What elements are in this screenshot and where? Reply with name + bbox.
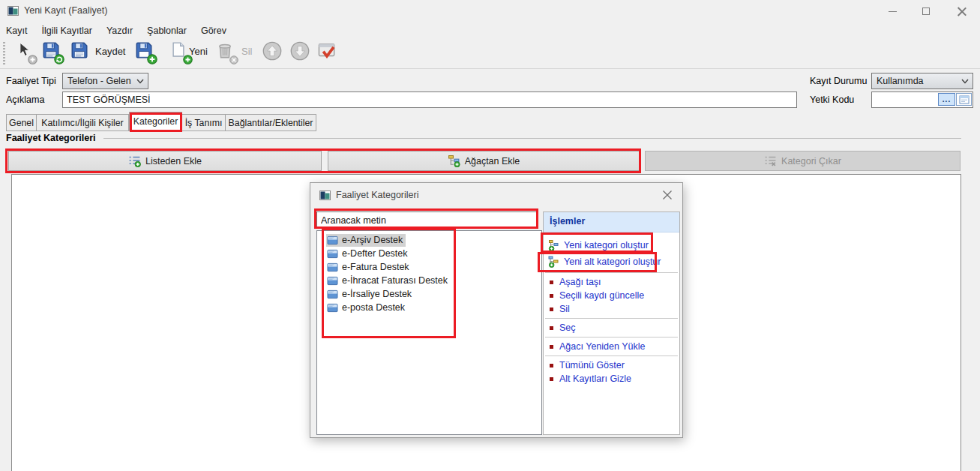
move-down-button[interactable]	[290, 40, 311, 63]
tree-item-label: e-İrsaliye Destek	[342, 289, 412, 299]
select-pointer-button[interactable]	[15, 40, 36, 63]
remove-badge-icon	[229, 56, 238, 64]
dialog-title: Faaliyet Kategorileri	[336, 190, 418, 200]
tab-kategoriler[interactable]: Kategoriler	[129, 112, 182, 131]
category-card-icon	[327, 262, 338, 272]
bullet-icon	[550, 280, 553, 284]
yetki-kodu-browse-button[interactable]: ...	[938, 93, 955, 106]
chevron-down-icon	[961, 79, 969, 84]
action-sil[interactable]: Sil	[544, 302, 679, 316]
tab-is-tanimi[interactable]: İş Tanımı	[182, 114, 226, 131]
dialog-close-button[interactable]	[661, 189, 673, 201]
subtree-add-icon	[548, 256, 560, 268]
tab-katilimci-ilgili-kisiler[interactable]: Katılımcı/İlgili Kişiler	[37, 114, 129, 131]
new-record-button[interactable]	[170, 40, 191, 63]
tab-baglantilar-eklentiler[interactable]: Bağlantılar/Eklentiler	[226, 114, 316, 131]
listeden-ekle-label: Listeden Ekle	[145, 156, 202, 166]
menu-kayit[interactable]: Kayıt	[6, 26, 28, 36]
tab-genel[interactable]: Genel	[6, 114, 37, 131]
new-record-label[interactable]: Yeni	[189, 40, 208, 63]
add-badge-icon	[28, 55, 37, 64]
agactan-ekle-label: Ağaçtan Ekle	[465, 156, 520, 166]
kategori-cikar-button[interactable]: Kategori Çıkar	[645, 151, 961, 171]
action-sec[interactable]: Seç	[544, 321, 679, 334]
category-tree: e-Arşiv Destek e-Defter Destek e-Fatura …	[316, 230, 542, 435]
action-alt-kayitlari-gizle[interactable]: Alt Kayıtları Gizle	[544, 372, 679, 386]
action-label: Seç	[559, 322, 576, 333]
tree-item[interactable]: e-İrsaliye Destek	[317, 287, 541, 301]
faaliyet-kategorileri-dialog: Faaliyet Kategorileri e-Arşiv Destek e-D…	[310, 182, 683, 438]
category-search-input[interactable]	[316, 212, 538, 229]
tree-item-label: e-posta Destek	[342, 302, 405, 313]
dialog-icon	[319, 190, 331, 202]
yetki-kodu-field: ...	[871, 92, 973, 108]
actions-divider	[545, 318, 678, 319]
category-card-icon	[327, 276, 338, 286]
chevron-down-icon	[136, 79, 144, 84]
group-title: Faaliyet Kategorileri	[6, 133, 96, 143]
action-tumunu-goster[interactable]: Tümünü Göster	[544, 358, 679, 372]
actions-panel: İşlemler Yeni kategori oluştur Yeni alt …	[543, 212, 680, 435]
editor-window-icon	[959, 95, 970, 104]
action-asagi-tasi[interactable]: Aşağı taşı	[544, 275, 679, 289]
tree-item[interactable]: e-Fatura Destek	[317, 260, 541, 274]
action-agaci-yeniden-yukle[interactable]: Ağacı Yeniden Yükle	[544, 340, 679, 353]
apply-close-button[interactable]	[318, 40, 339, 63]
bullet-icon	[550, 294, 553, 298]
delete-label[interactable]: Sil	[241, 40, 252, 63]
toolbar-grip-handle[interactable]	[3, 42, 5, 66]
arrow-down-circle-icon	[290, 41, 310, 61]
menu-gorev[interactable]: Görev	[201, 26, 226, 36]
delete-button[interactable]	[216, 40, 237, 63]
kayit-durumu-select[interactable]: Kullanımda	[871, 73, 973, 89]
save-refresh-button[interactable]	[42, 40, 63, 63]
bullet-icon	[550, 308, 553, 311]
close-icon	[958, 7, 967, 16]
menu-yazdir[interactable]: Yazdır	[106, 26, 133, 36]
menu-ilgili-kayitlar[interactable]: İlgili Kayıtlar	[42, 26, 92, 36]
bullet-icon	[550, 377, 553, 381]
faaliyet-tipi-select[interactable]: Telefon - Gelen	[62, 73, 148, 89]
new-sub-category-link[interactable]: Yeni alt kategori oluştur	[544, 254, 679, 270]
tree-item[interactable]: e-Arşiv Destek	[317, 233, 541, 247]
agactan-ekle-button[interactable]: Ağaçtan Ekle	[328, 151, 640, 171]
faaliyet-tipi-label: Faaliyet Tipi	[6, 73, 56, 89]
listeden-ekle-button[interactable]: Listeden Ekle	[8, 151, 322, 171]
tree-item-label: e-Fatura Destek	[342, 262, 409, 272]
tree-item-label: e-Defter Destek	[342, 248, 408, 259]
yetki-kodu-label: Yetki Kodu	[810, 92, 854, 108]
close-icon	[661, 189, 673, 201]
close-button[interactable]	[946, 0, 979, 22]
kayit-durumu-value: Kullanımda	[877, 76, 924, 86]
arrow-up-circle-icon	[262, 41, 282, 61]
add-badge-icon	[147, 54, 157, 64]
actions-divider	[545, 337, 678, 338]
aciklama-input[interactable]	[62, 92, 797, 108]
tree-item[interactable]: e-Defter Destek	[317, 247, 541, 260]
move-up-button[interactable]	[262, 40, 283, 63]
category-card-icon	[327, 290, 338, 299]
action-label: Ağacı Yeniden Yükle	[559, 341, 645, 352]
yetki-kodu-editor-button[interactable]	[956, 93, 972, 106]
aciklama-label: Açıklama	[6, 92, 44, 108]
maximize-button[interactable]	[910, 0, 943, 22]
action-label: Sil	[559, 304, 570, 314]
minimize-button[interactable]	[876, 0, 909, 22]
save-button-label[interactable]: Kaydet	[95, 40, 125, 63]
application-window: Yeni Kayıt (Faaliyet) Kayıt İlgili Kayıt…	[0, 0, 980, 471]
action-label: Alt Kayıtları Gizle	[559, 374, 631, 384]
save-and-new-button[interactable]	[135, 40, 156, 63]
tree-item[interactable]: e-posta Destek	[317, 301, 541, 314]
new-sub-category-label: Yeni alt kategori oluştur	[564, 256, 661, 267]
tree-item[interactable]: e-İhracat Faturası Destek	[317, 274, 541, 287]
maximize-icon	[922, 8, 930, 15]
window-check-icon	[318, 41, 337, 61]
action-secili-kaydi-guncelle[interactable]: Seçili kaydı güncelle	[544, 289, 679, 302]
action-label: Seçili kaydı güncelle	[559, 290, 644, 301]
actions-divider	[545, 356, 678, 356]
bullet-icon	[550, 364, 553, 368]
save-button[interactable]	[70, 40, 91, 63]
new-category-link[interactable]: Yeni kategori oluştur	[544, 237, 679, 254]
tab-strip: Genel Katılımcı/İlgili Kişiler Kategoril…	[6, 114, 316, 131]
menu-sablonlar[interactable]: Şablonlar	[147, 26, 187, 36]
